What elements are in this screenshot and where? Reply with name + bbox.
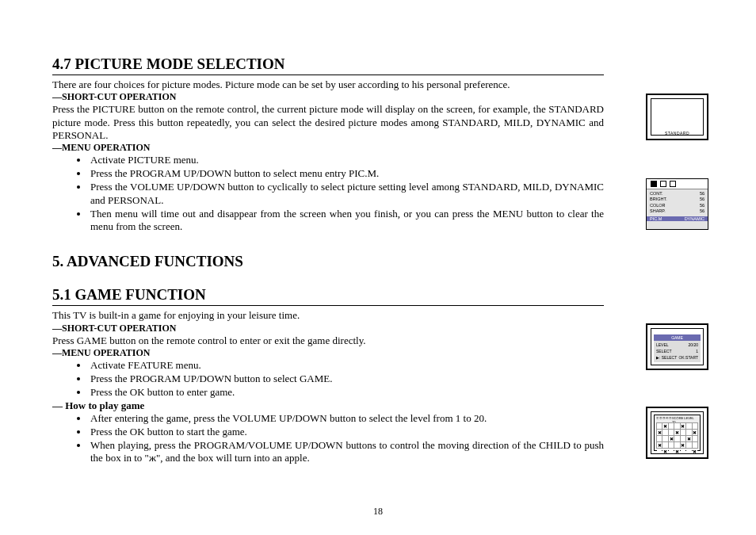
row-k: COLOR <box>650 203 666 208</box>
bullet-47-3: Then menu will time out and disappear fr… <box>89 208 604 235</box>
menu-icon <box>670 181 676 187</box>
shortcut-label-47: —SHORT-CUT OPERATION <box>52 91 604 103</box>
shortcut-text-47: Press the PICTURE button on the remote c… <box>52 103 604 142</box>
illus1-label: STANDARD <box>647 131 707 136</box>
illus2-bottom: PIC.M DYNAMIC <box>647 216 708 221</box>
illus2-rows: CONT.56 BRIGHT.56 COLOR56 SHARP.56 <box>647 189 708 216</box>
r2v: 1 <box>696 349 698 353</box>
illustration-picture-mode-screen: STANDARD <box>646 94 708 140</box>
row-k: BRIGHT. <box>650 197 667 202</box>
game-grid <box>656 422 698 449</box>
page-number: 18 <box>0 506 756 518</box>
section-title-51: 5.1 GAME FUNCTION <box>52 286 604 306</box>
top-r: SCORE LEVEL 20 <box>672 416 698 424</box>
illustration-game-menu: GAME LEVEL20/20 SELECT1 ▶: SELECTOK:STAR… <box>646 323 708 370</box>
r3k: ▶: SELECT <box>656 355 677 360</box>
section-5: 5. ADVANCED FUNCTIONS <box>52 253 604 272</box>
shortcut-label-51: —SHORT-CUT OPERATION <box>52 323 604 334</box>
section-title-5: 5. ADVANCED FUNCTIONS <box>52 253 604 272</box>
howto-label-51: — How to play game <box>52 399 604 412</box>
bullet-47-0: Activate PICTURE menu. <box>89 154 604 167</box>
howto-bullet-51-1: Press the OK button to start the game. <box>89 426 604 439</box>
section-5-1: 5.1 GAME FUNCTION This TV is built-in a … <box>52 286 604 465</box>
top-l: ①②③④⑤ <box>656 416 672 424</box>
r3v: OK:START <box>678 355 698 360</box>
bot-r: DYNAMIC <box>685 216 704 221</box>
r1k: LEVEL <box>656 342 669 347</box>
bullets-47: Activate PICTURE menu. Press the PROGRAM… <box>89 154 604 234</box>
r1v: 20/20 <box>688 342 698 347</box>
illustration-picture-menu: CONT.56 BRIGHT.56 COLOR56 SHARP.56 PIC.M… <box>646 178 708 230</box>
section-title-47: 4.7 PICTURE MODE SELECTION <box>52 55 604 75</box>
howto-bullets-51: After entering the game, press the VOLUM… <box>89 412 604 466</box>
intro-47: There are four choices for picture modes… <box>52 78 604 91</box>
bullet-47-2: Press the VOLUME UP/DOWN button to cycli… <box>89 181 604 208</box>
menu-icon <box>660 181 666 187</box>
row-k: CONT. <box>650 191 663 197</box>
menu-bullet-51-0: Activate FEATURE menu. <box>89 359 604 373</box>
bullet-47-1: Press the PROGRAM UP/DOWN button to sele… <box>89 167 604 181</box>
illus2-top-icons <box>647 179 708 189</box>
menuop-label-51: —MENU OPERATION <box>52 347 604 359</box>
row-v: 56 <box>700 191 704 197</box>
menu-bullet-51-2: Press the OK button to enter game. <box>89 386 604 399</box>
bot-l: PIC.M <box>650 216 662 221</box>
r2k: SELECT <box>656 349 671 353</box>
shortcut-text-51: Press GAME button on the remote control … <box>52 334 604 347</box>
howto-bullet-51-2: When playing, press the PROGRAM/VOLUME U… <box>89 439 604 466</box>
menu-icon <box>651 181 657 187</box>
illus3-title: GAME <box>654 334 701 341</box>
howto-bullet-51-0: After entering the game, press the VOLUM… <box>89 412 604 426</box>
row-v: 56 <box>700 208 704 214</box>
intro-51: This TV is built-in a game for enjoying … <box>52 309 604 322</box>
row-k: SHARP. <box>650 208 666 214</box>
row-v: 56 <box>700 203 704 208</box>
menu-bullet-51-1: Press the PROGRAM UP/DOWN button to sele… <box>89 373 604 386</box>
row-v: 56 <box>700 197 704 202</box>
menuop-label-47: —MENU OPERATION <box>52 142 604 154</box>
illustration-game-play: ①②③④⑤ SCORE LEVEL 20 <box>646 407 708 459</box>
section-4-7: 4.7 PICTURE MODE SELECTION There are fou… <box>52 55 604 234</box>
menu-bullets-51: Activate FEATURE menu. Press the PROGRAM… <box>89 359 604 399</box>
